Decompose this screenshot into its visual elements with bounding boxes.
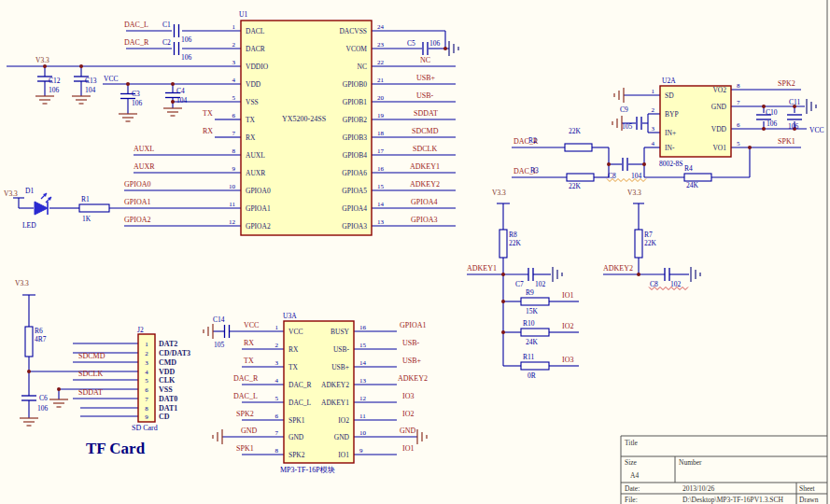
pin-name-U1-GPIOA4: GPIOA4 — [342, 204, 367, 213]
net-label-GND: GND — [241, 427, 258, 435]
net-label-SPK1: SPK1 — [236, 444, 254, 453]
pin-number-U3A-10: 10 — [359, 429, 367, 437]
net-label-ADKEY2: ADKEY2 — [410, 180, 440, 189]
designator-label-C14: C14 — [213, 315, 225, 324]
pin-number-U1-13: 13 — [377, 218, 385, 226]
pin-name-U3A-DAC_R: DAC_R — [288, 381, 312, 389]
pin-number-U1-15: 15 — [377, 183, 385, 190]
designator-label-C8: C8 — [650, 280, 658, 288]
junction-dot — [642, 162, 646, 166]
pin-number-J2-6: 6 — [145, 386, 148, 394]
pin-number-U2A-5: 5 — [737, 140, 740, 147]
designator-label-U1: U1 — [239, 10, 247, 19]
titleblock-text: File: — [625, 496, 638, 504]
designator-label-22K: 22K — [644, 239, 657, 247]
net-label-SPK2: SPK2 — [778, 79, 795, 88]
pin-number-U1-7: 7 — [232, 130, 236, 137]
pin-name-U1-TX: TX — [246, 116, 256, 124]
designator-label-104: 104 — [85, 86, 96, 94]
net-label-IO2: IO2 — [562, 322, 573, 330]
junction-dot — [637, 273, 640, 276]
designator-label-C6: C6 — [39, 394, 48, 402]
pin-name-J2-CD: CD — [159, 413, 170, 421]
net-label-IO3: IO3 — [402, 392, 414, 400]
pin-name-U3A-IO1: IO1 — [338, 451, 349, 459]
pin-name-U2A-IN+: IN+ — [665, 129, 676, 137]
designator-label-R8: R8 — [509, 231, 517, 239]
pin-name-J2-DAT1: DAT1 — [159, 404, 177, 413]
pin-number-U1-22: 22 — [377, 59, 385, 66]
designator-label-0R: 0R — [528, 371, 536, 380]
net-label-DAC_R: DAC_R — [124, 38, 149, 47]
pin-number-U1-12: 12 — [229, 218, 236, 226]
pin-number-U1-20: 20 — [377, 94, 385, 102]
net-label-DAC_L: DAC_L — [124, 21, 148, 29]
pin-name-U3A-SPK2: SPK2 — [288, 451, 305, 459]
designator-label-R9: R9 — [526, 288, 534, 297]
pin-number-U2A-3: 3 — [652, 125, 655, 133]
designator-label-106: 106 — [181, 35, 192, 44]
net-label-SDCMD: SDCMD — [412, 127, 439, 135]
resistor-R4 — [684, 174, 711, 181]
junction-dot — [27, 370, 31, 373]
designator-label-22K: 22K — [509, 239, 522, 247]
pin-number-U1-18: 18 — [377, 130, 385, 137]
tf-card-title: TF Card — [86, 440, 146, 457]
pin-name-J2-VSS: VSS — [159, 385, 173, 394]
pin-name-U2A-VDD: VDD — [711, 125, 727, 133]
pin-name-U1-DACVSS: DACVSS — [339, 27, 367, 35]
net-label-SPK1: SPK1 — [778, 137, 795, 146]
pin-number-J2-2: 2 — [145, 350, 148, 357]
pin-number-U3A-3: 3 — [275, 359, 279, 367]
titleblock-text: Date: — [625, 484, 640, 493]
pin-name-U1-RX: RX — [246, 133, 256, 142]
designator-label-C9: C9 — [620, 105, 628, 114]
designator-label-C11: C11 — [789, 98, 800, 106]
pin-name-U3A-GND: GND — [288, 433, 304, 441]
pin-number-U1-2: 2 — [232, 41, 236, 49]
resistor-R3 — [567, 174, 594, 181]
pin-name-U1-GPIOB4: GPIOB4 — [343, 151, 368, 160]
net-label-GPIOA2: GPIOA2 — [124, 216, 150, 224]
schematic-sheet: YX5200-24SS1DACL2DACR3VDDIO4VDD5VSS6TX7R… — [0, 0, 830, 504]
net-label-USB-: USB- — [402, 339, 420, 347]
pin-number-U1-3: 3 — [232, 59, 236, 66]
designator-label-C10: C10 — [766, 108, 778, 117]
pin-number-U3A-4: 4 — [275, 377, 279, 385]
junction-dot — [171, 82, 175, 86]
designator-label-C8: C8 — [608, 172, 616, 180]
power-label-V3.3: V3.3 — [627, 189, 641, 197]
net-label-TX: TX — [244, 357, 254, 365]
pin-number-U1-11: 11 — [229, 201, 235, 208]
net-label-AUXR: AUXR — [134, 162, 155, 171]
junction-dot — [79, 64, 83, 68]
pin-number-U1-1: 1 — [232, 23, 236, 31]
caption-MP3-TF-16P模块: MP3-TF-16P模块 — [280, 466, 335, 474]
titleblock-text: 2013/10/26 — [682, 484, 714, 493]
resistor-R9 — [521, 298, 549, 305]
net-label-ADKEY2: ADKEY2 — [398, 374, 428, 383]
designator-label-R11: R11 — [523, 353, 534, 361]
designator-label-105: 105 — [622, 122, 633, 131]
net-label-SDCLK: SDCLK — [413, 145, 437, 153]
resistor-R11 — [521, 362, 549, 370]
pin-number-U1-14: 14 — [377, 201, 385, 208]
pin-name-J2-VDD: VDD — [159, 368, 176, 376]
pin-number-U1-24: 24 — [377, 23, 385, 31]
junction-dot — [171, 100, 175, 104]
junction-dot — [43, 64, 47, 68]
pin-number-U3A-8: 8 — [275, 447, 279, 455]
pin-name-U1-GPIOA6: GPIOA6 — [342, 169, 367, 177]
resistor-R1 — [79, 204, 109, 212]
net-label-VCC: VCC — [244, 321, 259, 329]
pin-name-U3A-ADKEY2: ADKEY2 — [321, 381, 349, 389]
pin-name-U2A-VO1: VO1 — [712, 144, 726, 152]
pin-number-U3A-1: 1 — [275, 324, 279, 331]
pin-number-U3A-12: 12 — [359, 395, 367, 402]
net-label-GPIOA1: GPIOA1 — [400, 321, 426, 329]
pin-name-U1-AUXR: AUXR — [246, 169, 265, 177]
junction-dot — [126, 82, 130, 86]
pin-name-U3A-ADKEY1: ADKEY1 — [321, 399, 349, 407]
pin-name-U3A-DAC_L: DAC_L — [288, 399, 312, 407]
designator-label-R6: R6 — [35, 327, 43, 335]
